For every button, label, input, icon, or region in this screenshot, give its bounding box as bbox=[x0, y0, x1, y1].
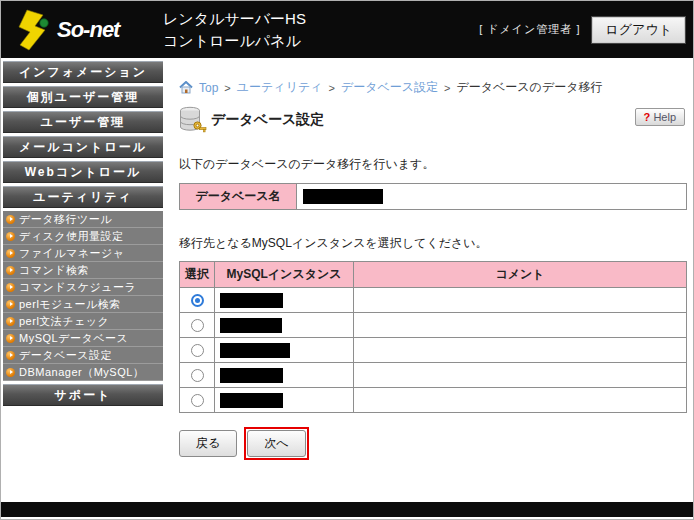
sidebar-item-data-migration-tool[interactable]: データ移行ツール bbox=[3, 211, 163, 228]
redacted-instance-name bbox=[220, 293, 283, 308]
comment-cell bbox=[354, 313, 687, 338]
top-header: So-net レンタルサーバーHS コントロールパネル [ ドメイン管理者 ] … bbox=[1, 1, 693, 58]
mysql-instance-table: 選択 MySQLインスタンス コメント bbox=[179, 261, 687, 413]
instance-radio[interactable] bbox=[191, 369, 204, 382]
brand-text: So-net bbox=[57, 17, 119, 43]
breadcrumb-link[interactable]: ユーティリティ bbox=[237, 79, 323, 96]
instance-table-row bbox=[180, 363, 687, 388]
page-title: データベース設定 bbox=[211, 111, 324, 129]
intro-text: 以下のデータベースのデータ移行を行います。 bbox=[179, 156, 687, 173]
sidebar-section-information[interactable]: インフォメーション bbox=[3, 61, 163, 83]
page-title-row: データベース設定 ? Help bbox=[179, 105, 687, 135]
redacted-instance-name bbox=[220, 393, 283, 408]
instance-radio[interactable] bbox=[191, 319, 204, 332]
sonet-logo-icon bbox=[13, 8, 55, 52]
sidebar: インフォメーション個別ユーザー管理ユーザー管理メールコントロールWebコントロー… bbox=[3, 61, 163, 409]
breadcrumb-separator: > bbox=[224, 82, 230, 94]
sonet-logo: So-net bbox=[13, 8, 151, 52]
service-title: レンタルサーバーHS コントロールパネル bbox=[163, 8, 479, 52]
sidebar-label: コマンドスケジューラ bbox=[19, 280, 136, 295]
instance-radio-selected[interactable] bbox=[191, 294, 204, 307]
sidebar-label: MySQLデータベース bbox=[19, 331, 128, 346]
service-title-line2: コントロールパネル bbox=[163, 30, 479, 52]
instance-radio[interactable] bbox=[191, 394, 204, 407]
home-icon bbox=[179, 81, 193, 94]
control-panel-page: So-net レンタルサーバーHS コントロールパネル [ ドメイン管理者 ] … bbox=[0, 0, 694, 520]
instance-radio[interactable] bbox=[191, 344, 204, 357]
sidebar-item-command-scheduler[interactable]: コマンドスケジューラ bbox=[3, 279, 163, 296]
breadcrumb-current: データベースのデータ移行 bbox=[456, 79, 602, 96]
sidebar-label: コマンド検索 bbox=[19, 263, 89, 278]
select-prompt-text: 移行先となるMySQLインスタンスを選択してください。 bbox=[179, 235, 687, 252]
next-button-highlight-box: 次へ bbox=[244, 427, 308, 460]
instance-table-row bbox=[180, 313, 687, 338]
database-name-row: データベース名 bbox=[180, 184, 687, 210]
sidebar-section-individual-user-management[interactable]: 個別ユーザー管理 bbox=[3, 86, 163, 108]
sidebar-label: 個別ユーザー管理 bbox=[27, 89, 140, 106]
sidebar-label: サポート bbox=[55, 387, 112, 404]
comment-cell bbox=[354, 363, 687, 388]
arrow-bullet-icon bbox=[6, 232, 15, 241]
comment-cell bbox=[354, 388, 687, 413]
breadcrumb-separator: > bbox=[444, 82, 450, 94]
footer-bar bbox=[1, 502, 693, 517]
sidebar-item-disk-usage-setting[interactable]: ディスク使用量設定 bbox=[3, 228, 163, 245]
instance-table-row bbox=[180, 288, 687, 313]
arrow-bullet-icon bbox=[6, 351, 15, 360]
sidebar-item-mysql-database[interactable]: MySQLデータベース bbox=[3, 330, 163, 347]
logout-button[interactable]: ログアウト bbox=[592, 17, 685, 43]
sidebar-section-mail-control[interactable]: メールコントロール bbox=[3, 136, 163, 158]
arrow-bullet-icon bbox=[6, 266, 15, 275]
database-name-value-cell bbox=[297, 184, 687, 210]
breadcrumb-separator: > bbox=[328, 82, 334, 94]
redacted-instance-name bbox=[220, 368, 283, 383]
action-buttons: 戻る 次へ bbox=[179, 427, 687, 460]
sidebar-item-command-search[interactable]: コマンド検索 bbox=[3, 262, 163, 279]
sidebar-item-file-manager[interactable]: ファイルマネージャ bbox=[3, 245, 163, 262]
sidebar-label: データ移行ツール bbox=[19, 212, 112, 227]
arrow-bullet-icon bbox=[6, 334, 15, 343]
comment-cell bbox=[354, 338, 687, 363]
comment-cell bbox=[354, 288, 687, 313]
instance-table-row bbox=[180, 388, 687, 413]
sidebar-section-support[interactable]: サポート bbox=[3, 384, 163, 406]
sidebar-label: ファイルマネージャ bbox=[19, 246, 125, 261]
sidebar-item-dbmanager-mysql[interactable]: DBManager（MySQL） bbox=[3, 364, 163, 381]
database-name-table: データベース名 bbox=[179, 183, 687, 210]
breadcrumb-link[interactable]: データベース設定 bbox=[341, 79, 438, 96]
main-content: Top>ユーティリティ>データベース設定>データベースのデータ移行 データベース… bbox=[164, 58, 693, 499]
sidebar-label: Webコントロール bbox=[25, 164, 142, 181]
arrow-bullet-icon bbox=[6, 215, 15, 224]
sidebar-label: perlモジュール検索 bbox=[19, 297, 121, 312]
help-button[interactable]: ? Help bbox=[635, 108, 685, 126]
arrow-bullet-icon bbox=[6, 317, 15, 326]
instance-table-header-row: 選択 MySQLインスタンス コメント bbox=[180, 262, 687, 288]
database-icon bbox=[179, 106, 207, 134]
sidebar-section-utility[interactable]: ユーティリティ bbox=[3, 186, 163, 208]
redacted-database-name bbox=[303, 189, 383, 204]
sidebar-section-web-control[interactable]: Webコントロール bbox=[3, 161, 163, 183]
column-header-instance: MySQLインスタンス bbox=[215, 262, 354, 288]
sidebar-label: perl文法チェック bbox=[19, 314, 109, 329]
breadcrumb-link[interactable]: Top bbox=[199, 81, 218, 95]
breadcrumb-links: Top>ユーティリティ>データベース設定>データベースのデータ移行 bbox=[199, 79, 602, 96]
sidebar-label: インフォメーション bbox=[19, 64, 147, 81]
arrow-bullet-icon bbox=[6, 300, 15, 309]
redacted-instance-name bbox=[220, 343, 290, 358]
next-button[interactable]: 次へ bbox=[247, 430, 305, 457]
header-right: [ ドメイン管理者 ] ログアウト bbox=[479, 17, 685, 43]
sidebar-label: ディスク使用量設定 bbox=[19, 229, 124, 244]
sidebar-item-database-setting[interactable]: データベース設定 bbox=[3, 347, 163, 364]
back-button[interactable]: 戻る bbox=[179, 430, 237, 457]
service-title-line1: レンタルサーバーHS bbox=[163, 8, 479, 30]
sidebar-label: データベース設定 bbox=[19, 348, 112, 363]
arrow-bullet-icon bbox=[6, 368, 15, 377]
sidebar-item-perl-syntax-check[interactable]: perl文法チェック bbox=[3, 313, 163, 330]
sidebar-section-user-management[interactable]: ユーザー管理 bbox=[3, 111, 163, 133]
column-header-comment: コメント bbox=[354, 262, 687, 288]
instance-table-row bbox=[180, 338, 687, 363]
breadcrumb: Top>ユーティリティ>データベース設定>データベースのデータ移行 bbox=[179, 79, 687, 96]
instance-table-body bbox=[180, 288, 687, 413]
column-header-select: 選択 bbox=[180, 262, 215, 288]
sidebar-item-perl-module-search[interactable]: perlモジュール検索 bbox=[3, 296, 163, 313]
